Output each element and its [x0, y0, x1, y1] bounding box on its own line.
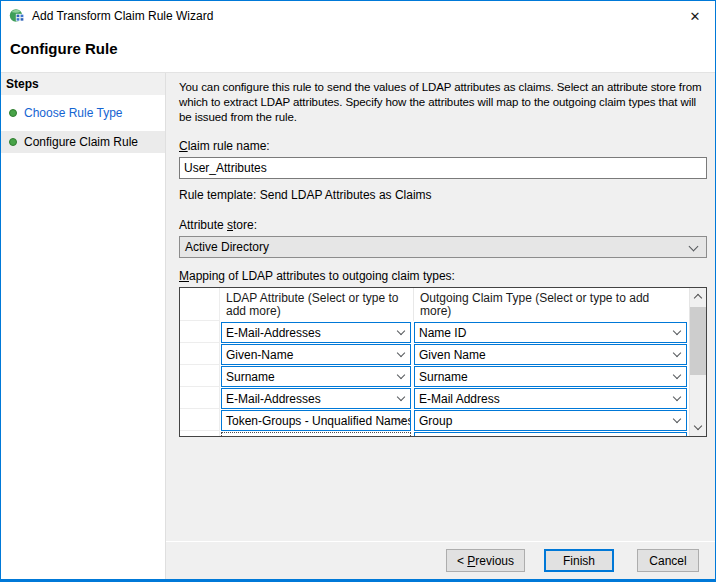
row-selector[interactable] — [180, 387, 220, 409]
attribute-store-select[interactable]: Active Directory — [179, 236, 707, 258]
app-icon — [9, 8, 25, 24]
outgoing-claim-type-select[interactable]: E-Mail Address — [414, 388, 687, 409]
rule-description: You can configure this rule to send the … — [179, 80, 705, 125]
sidebar-item-label: Configure Claim Rule — [24, 135, 138, 149]
main-content: You can configure this rule to send the … — [166, 73, 715, 541]
scrollbar-thumb[interactable] — [690, 307, 706, 375]
ldap-attribute-select[interactable]: Surname — [221, 366, 411, 387]
chevron-down-icon — [673, 349, 681, 357]
column-header-ldap-attribute: LDAP Attribute (Select or type to add mo… — [220, 288, 413, 321]
chevron-down-icon — [673, 393, 681, 401]
ldap-attribute-select[interactable]: E-Mail-Addresses — [221, 322, 411, 343]
sidebar-item-label: Choose Rule Type — [24, 106, 123, 120]
steps-sidebar: Steps Choose Rule Type Configure Claim R… — [1, 73, 165, 579]
row-selector[interactable] — [180, 365, 220, 387]
step-completed-icon — [9, 109, 17, 117]
mapping-label: Mapping of LDAP attributes to outgoing c… — [179, 269, 705, 283]
chevron-down-icon — [673, 371, 681, 379]
sidebar-item-configure-claim-rule: Configure Claim Rule — [1, 131, 165, 153]
button-bar: < Previous Finish Cancel — [166, 541, 715, 579]
chevron-down-icon — [397, 393, 405, 401]
claim-rule-name-label: Claim rule name: — [179, 139, 705, 153]
row-selector[interactable] — [180, 343, 220, 365]
row-selector[interactable] — [180, 288, 220, 321]
row-selector[interactable] — [180, 321, 220, 343]
chevron-up-icon — [694, 294, 702, 302]
ldap-attribute-select[interactable]: Token-Groups - Unqualified Names — [221, 410, 411, 431]
scrollbar-up-button[interactable] — [690, 288, 706, 305]
ldap-attribute-select[interactable]: E-Mail-Addresses — [221, 388, 411, 409]
chevron-down-icon — [397, 349, 405, 357]
chevron-down-icon — [397, 327, 405, 335]
wizard-window: Add Transform Claim Rule Wizard ✕ Config… — [0, 0, 716, 582]
chevron-down-icon — [689, 242, 699, 252]
close-icon: ✕ — [690, 10, 701, 23]
finish-button[interactable]: Finish — [544, 549, 614, 572]
row-selector[interactable] — [180, 409, 220, 431]
chevron-down-icon — [673, 327, 681, 335]
claim-rule-name-field[interactable] — [179, 157, 707, 179]
new-row-ldap-attribute-select[interactable] — [221, 432, 411, 437]
mapping-table: LDAP Attribute (Select or type to add mo… — [179, 287, 707, 437]
outgoing-claim-type-select[interactable]: Name ID — [414, 322, 687, 343]
sidebar-item-choose-rule-type[interactable]: Choose Rule Type — [1, 102, 165, 124]
chevron-down-icon — [397, 371, 405, 379]
rule-template-text: Rule template: Send LDAP Attributes as C… — [179, 188, 705, 202]
table-scrollbar[interactable] — [689, 288, 706, 436]
chevron-down-icon — [694, 422, 702, 430]
title-bar: Add Transform Claim Rule Wizard ✕ — [1, 1, 715, 31]
new-row-outgoing-claim-type-select[interactable] — [414, 432, 687, 437]
outgoing-claim-type-select[interactable]: Group — [414, 410, 687, 431]
ldap-attribute-select[interactable]: Given-Name — [221, 344, 411, 365]
previous-button[interactable]: < Previous — [446, 549, 525, 572]
window-title: Add Transform Claim Rule Wizard — [32, 9, 213, 23]
row-selector[interactable] — [180, 431, 220, 436]
cancel-button[interactable]: Cancel — [637, 549, 699, 572]
close-button[interactable]: ✕ — [675, 1, 715, 31]
column-header-outgoing-claim-type: Outgoing Claim Type (Select or type to a… — [413, 288, 689, 321]
attribute-store-label: Attribute store: — [179, 218, 705, 232]
step-completed-icon — [9, 138, 17, 146]
outgoing-claim-type-select[interactable]: Surname — [414, 366, 687, 387]
page-header: Configure Rule — [1, 31, 715, 72]
chevron-down-icon — [673, 415, 681, 423]
attribute-store-value: Active Directory — [185, 240, 269, 254]
page-title: Configure Rule — [10, 40, 715, 57]
steps-title: Steps — [1, 73, 165, 95]
outgoing-claim-type-select[interactable]: Given Name — [414, 344, 687, 365]
scrollbar-down-button[interactable] — [690, 419, 706, 436]
